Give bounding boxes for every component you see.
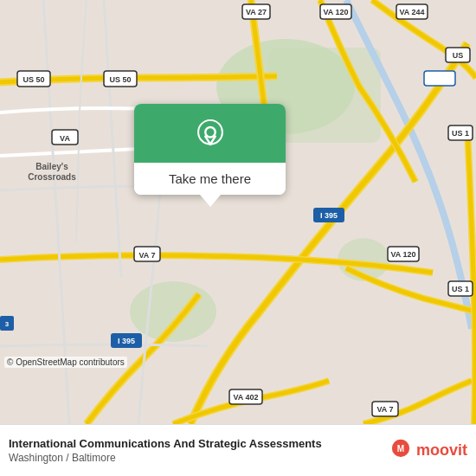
svg-text:US 50: US 50: [109, 75, 131, 84]
svg-text:US 50: US 50: [23, 75, 44, 84]
svg-text:VA 27: VA 27: [246, 8, 267, 16]
moovit-pin-icon: M: [389, 439, 413, 463]
location-pin-icon: [195, 119, 226, 151]
moovit-text: moovit: [416, 441, 467, 460]
moovit-logo: M moovit: [389, 439, 467, 463]
svg-text:VA 402: VA 402: [233, 393, 258, 402]
footer-bar: International Communications And Strateg…: [0, 424, 476, 476]
svg-point-41: [198, 120, 222, 145]
svg-text:VA 244: VA 244: [399, 8, 424, 16]
footer-subtitle: Washington / Baltimore: [9, 452, 389, 464]
svg-text:Bailey's: Bailey's: [35, 162, 68, 171]
svg-point-2: [130, 281, 216, 342]
svg-text:I 395: I 395: [431, 74, 448, 83]
svg-text:I 395: I 395: [118, 337, 135, 345]
svg-text:3: 3: [5, 320, 10, 328]
popup-tail: [200, 195, 221, 207]
svg-text:M: M: [397, 443, 404, 453]
popup-card: Take me there: [134, 104, 286, 195]
footer-text-block: International Communications And Strateg…: [9, 437, 389, 464]
map-container[interactable]: US 50 US 50 VA 27 VA 120 VA 244 US I 395…: [0, 0, 476, 424]
svg-text:VA 120: VA 120: [390, 250, 415, 259]
footer-title: International Communications And Strateg…: [9, 437, 389, 452]
svg-text:VA 7: VA 7: [138, 251, 155, 260]
popup-header: [134, 104, 286, 163]
osm-credit: © OpenStreetMap contributors: [4, 357, 127, 368]
svg-text:US: US: [453, 51, 464, 60]
take-me-there-button[interactable]: Take me there: [134, 163, 286, 195]
svg-text:VA 7: VA 7: [376, 405, 393, 414]
svg-text:VA 120: VA 120: [323, 8, 348, 16]
svg-text:US 1: US 1: [452, 129, 469, 138]
svg-text:Crossroads: Crossroads: [28, 172, 76, 182]
svg-text:US 1: US 1: [452, 285, 469, 293]
svg-text:I 395: I 395: [320, 211, 338, 220]
svg-text:VA: VA: [60, 134, 70, 143]
